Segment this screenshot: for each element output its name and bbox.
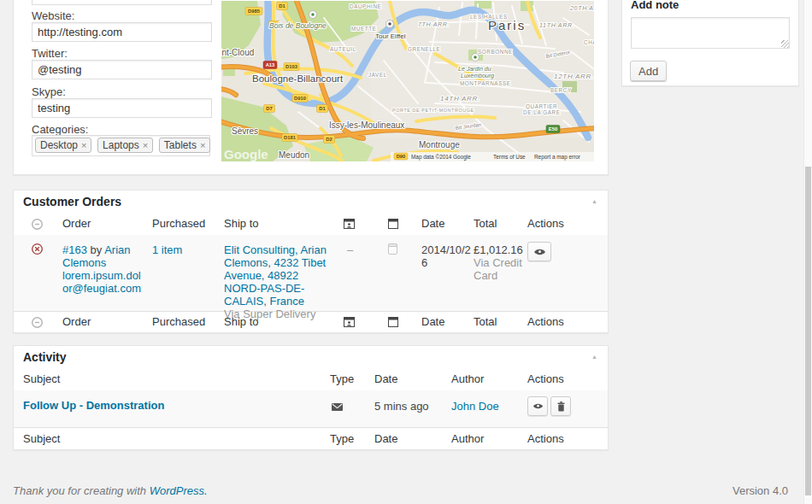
- skype-label: Skype:: [32, 85, 66, 98]
- categories-label: Categories:: [32, 123, 88, 136]
- categories-tag-input[interactable]: Desktop× Laptops× Tablets×: [32, 135, 210, 156]
- activity-row: Follow Up - Demonstration 5 mins ago Joh…: [14, 390, 608, 428]
- terms-of-use-link[interactable]: Terms of Use: [493, 154, 526, 160]
- textarea-resize-icon[interactable]: [781, 40, 789, 48]
- purchased-cell: 1 item: [152, 243, 221, 256]
- note-textarea[interactable]: [631, 17, 790, 49]
- category-tag: Tablets×: [159, 138, 210, 153]
- svg-text:Le Jardin du: Le Jardin du: [458, 66, 491, 72]
- remove-tag-icon[interactable]: ×: [81, 140, 86, 150]
- svg-text:JAVEL: JAVEL: [368, 72, 387, 78]
- wordpress-link[interactable]: WordPress.: [150, 484, 208, 497]
- svg-text:20TH A: 20TH A: [569, 5, 594, 11]
- orders-table-header: Order Purchased Ship to Date Total Actio…: [14, 213, 608, 236]
- svg-text:Luxembourg: Luxembourg: [461, 73, 494, 79]
- svg-text:BERCY: BERCY: [550, 87, 572, 93]
- svg-text:GRENELLE: GRENELLE: [408, 46, 440, 52]
- no-customer-message: –: [347, 243, 353, 256]
- website-input[interactable]: [32, 22, 212, 42]
- purchased-items-link[interactable]: 1 item: [152, 243, 182, 256]
- svg-text:7TH ARR.: 7TH ARR.: [418, 21, 450, 27]
- skype-input[interactable]: [32, 98, 212, 118]
- svg-text:D90: D90: [397, 154, 406, 159]
- shipto-cell: Elit Consulting, Arian Clemons, 4232 Tib…: [224, 243, 336, 320]
- remove-tag-icon[interactable]: ×: [200, 140, 205, 150]
- orders-col-actions: Actions: [527, 213, 564, 235]
- orders-col-order: Order: [62, 213, 91, 235]
- order-row: #163 by Arian Clemonslorem.ipsum.dolor@f…: [14, 235, 608, 312]
- svg-text:AUTEUIL: AUTEUIL: [330, 46, 356, 52]
- svg-text:SORBONNE: SORBONNE: [478, 49, 513, 55]
- customer-message-icon: [344, 219, 355, 231]
- order-notes-icon: [388, 219, 398, 231]
- add-note-button[interactable]: Add: [630, 61, 667, 81]
- svg-text:Montrouge: Montrouge: [419, 140, 460, 149]
- order-total: £1,012.16: [474, 243, 523, 256]
- ship-to-address-link[interactable]: Elit Consulting, Arian Clemons, 4232 Tib…: [224, 243, 327, 308]
- eye-icon: [533, 402, 544, 410]
- svg-text:MUETTE: MUETTE: [351, 26, 377, 32]
- svg-text:CHA: CHA: [584, 39, 594, 45]
- view-activity-button[interactable]: [527, 396, 548, 416]
- svg-text:Boulogne-Billancourt: Boulogne-Billancourt: [252, 73, 344, 84]
- order-status-cancelled-icon: [31, 243, 44, 258]
- svg-text:A13: A13: [266, 62, 275, 67]
- remove-tag-icon[interactable]: ×: [143, 140, 148, 150]
- website-label: Website:: [32, 9, 74, 22]
- svg-text:Issy-les-Moulineaux: Issy-les-Moulineaux: [329, 120, 404, 130]
- orders-col-total: Total: [474, 213, 497, 235]
- svg-text:11TH ARR.: 11TH ARR.: [539, 22, 574, 28]
- collapse-toggle-icon[interactable]: ▲: [591, 354, 597, 360]
- svg-text:D181: D181: [284, 135, 297, 140]
- collapse-toggle-icon[interactable]: ▲: [591, 198, 597, 204]
- google-logo: Google: [224, 147, 268, 161]
- order-cell: #163 by Arian Clemonslorem.ipsum.dolor@f…: [62, 243, 146, 295]
- svg-text:Bois de Boulogne: Bois de Boulogne: [269, 21, 327, 30]
- order-email-link[interactable]: lorem.ipsum.dolor@feugiat.com: [62, 269, 141, 295]
- google-map[interactable]: D985 D1 D7 A13 D103 D7 D910 D1 D181 D2 E…: [221, 1, 594, 161]
- order-notes-icon: [388, 317, 398, 330]
- svg-text:E50: E50: [549, 126, 557, 132]
- orders-col-shipto: Ship to: [224, 213, 258, 235]
- activity-table-footer: Subject Type Date Author Actions: [14, 427, 608, 450]
- report-map-error-link[interactable]: Report a map error: [534, 154, 581, 161]
- svg-text:D1: D1: [319, 106, 326, 111]
- svg-text:DAUPHINE: DAUPHINE: [350, 3, 381, 9]
- payment-via-text: Via Credit Card: [474, 256, 522, 282]
- activity-card: Activity ▲ Subject Type Date Author Acti…: [13, 345, 609, 450]
- svg-text:D1: D1: [279, 3, 285, 9]
- svg-text:Paris: Paris: [488, 18, 526, 32]
- order-number-link[interactable]: #163: [62, 243, 87, 256]
- activity-author-link[interactable]: John Doe: [451, 400, 499, 413]
- scrollbar-thumb[interactable]: [805, 167, 811, 495]
- view-order-button[interactable]: [527, 242, 551, 261]
- order-status-column-icon: [31, 218, 44, 233]
- customer-orders-header: Customer Orders ▲: [14, 190, 608, 214]
- orders-col-purchased: Purchased: [152, 213, 205, 235]
- svg-text:D985: D985: [248, 9, 261, 14]
- footer-version: Version 4.0: [733, 484, 788, 497]
- svg-text:Sèvres: Sèvres: [232, 126, 258, 136]
- email-type-icon: [332, 401, 343, 413]
- map-data-attribution: Map data ©2014 Google: [411, 154, 471, 161]
- twitter-input[interactable]: [32, 60, 212, 79]
- scrollbar-track[interactable]: [803, 0, 812, 504]
- cropped-top-field[interactable]: [32, 0, 212, 5]
- svg-text:14TH ARR.: 14TH ARR.: [440, 95, 480, 103]
- activity-date: 5 mins ago: [374, 400, 429, 413]
- trash-icon: [557, 401, 565, 412]
- eye-icon: [533, 248, 546, 256]
- delete-activity-button[interactable]: [550, 396, 571, 416]
- svg-text:DE LA GARE: DE LA GARE: [523, 109, 560, 115]
- customer-profile-card: Website: Twitter: Skype: Categories: Des…: [13, 0, 609, 175]
- svg-text:Tour Eiffel: Tour Eiffel: [375, 32, 406, 40]
- svg-text:D910: D910: [294, 96, 306, 101]
- customer-orders-card: Customer Orders ▲ Order Purchased Ship t…: [13, 190, 609, 333]
- order-note-page-icon[interactable]: [388, 243, 397, 257]
- order-status-column-icon: [31, 316, 44, 331]
- svg-text:Saint-Cloud: Saint-Cloud: [221, 48, 254, 57]
- activity-subject-link[interactable]: Follow Up - Demonstration: [23, 399, 164, 412]
- map-canvas: D985 D1 D7 A13 D103 D7 D910 D1 D181 D2 E…: [221, 1, 594, 161]
- svg-text:MONTPARNASSE: MONTPARNASSE: [460, 80, 511, 86]
- add-note-panel: Add note Add: [621, 0, 799, 86]
